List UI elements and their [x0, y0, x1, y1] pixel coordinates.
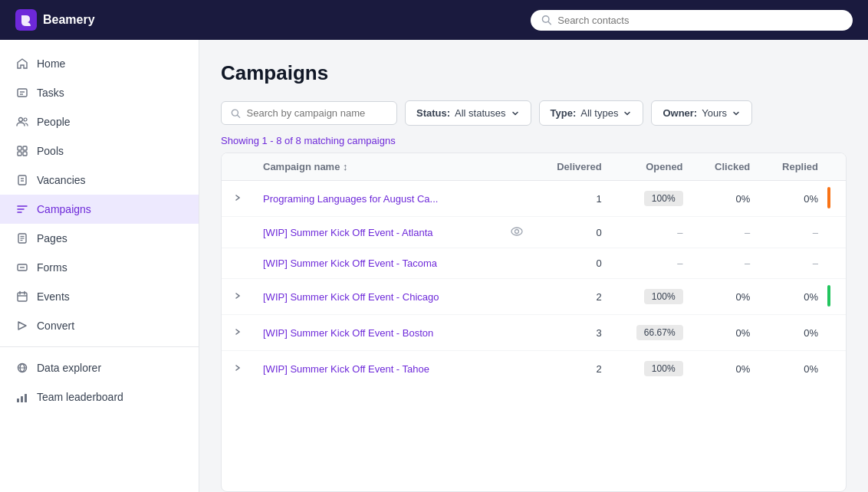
expand-button[interactable] [231, 288, 245, 305]
svg-rect-3 [18, 89, 27, 97]
svg-point-7 [24, 118, 27, 121]
forms-icon [15, 261, 29, 274]
showing-range: 1 - 8 [261, 135, 281, 146]
svg-marker-25 [18, 322, 26, 330]
campaign-name-link[interactable]: [WIP] Summer Kick Off Event - Boston [263, 327, 433, 339]
sidebar-label-forms: Forms [37, 261, 67, 274]
col-clicked: Clicked [692, 153, 760, 181]
svg-rect-11 [23, 152, 27, 156]
page-title: Campaigns [221, 61, 847, 85]
clicked-value: 0% [692, 279, 760, 315]
sidebar-item-tasks[interactable]: Tasks [0, 78, 199, 107]
status-filter-label: Status: [416, 107, 450, 119]
logo-text: Beamery [43, 13, 95, 27]
col-delivered: Delivered [532, 153, 611, 181]
campaign-name-link[interactable]: [WIP] Summer Kick Off Event - Tacoma [263, 257, 437, 269]
campaign-search-input[interactable] [247, 107, 387, 119]
showing-suffix: matching campaigns [301, 135, 396, 146]
sidebar-label-people: People [37, 116, 71, 128]
sidebar-item-home[interactable]: Home [0, 49, 199, 78]
sidebar-item-people[interactable]: People [0, 107, 199, 136]
sidebar-label-tasks: Tasks [37, 87, 64, 99]
svg-point-33 [515, 230, 518, 234]
sidebar-item-campaigns[interactable]: Campaigns [0, 195, 199, 224]
campaign-name-link[interactable]: [WIP] Summer Kick Off Event - Chicago [263, 291, 439, 303]
clicked-value: 0% [692, 351, 760, 387]
campaigns-table: Campaign name ↕ Delivered Opened Clicked… [221, 153, 847, 492]
table-row: [WIP] Summer Kick Off Event - Chicago210… [222, 279, 846, 315]
top-nav: Beamery [0, 0, 868, 40]
svg-line-31 [238, 115, 240, 117]
clicked-value: – [692, 248, 760, 279]
expand-button[interactable] [231, 324, 245, 341]
global-search-input[interactable] [557, 15, 842, 26]
logo-icon [15, 9, 37, 31]
replied-value: 0% [759, 315, 827, 351]
delivered-value: 3 [532, 315, 611, 351]
eye-icon [511, 226, 523, 238]
sidebar-item-pools[interactable]: Pools [0, 136, 199, 166]
owner-filter[interactable]: Owner: Yours [651, 100, 752, 126]
vacancies-icon [15, 173, 29, 187]
svg-rect-10 [18, 152, 21, 156]
logo[interactable]: Beamery [15, 9, 95, 31]
sidebar-label-pages: Pages [37, 232, 67, 244]
replied-value: 0% [759, 279, 827, 315]
home-icon [15, 57, 29, 71]
pages-icon [15, 231, 29, 245]
table-row: [WIP] Summer Kick Off Event - Atlanta0––… [222, 217, 846, 248]
campaign-search[interactable] [221, 101, 397, 125]
global-search[interactable] [531, 10, 853, 31]
owner-filter-label: Owner: [663, 107, 697, 119]
svg-line-2 [548, 21, 551, 24]
delivered-value: 0 [532, 248, 611, 279]
replied-value: – [759, 217, 827, 248]
pools-icon [15, 144, 29, 158]
table-row: [WIP] Summer Kick Off Event - Tahoe2100%… [222, 351, 846, 387]
campaigns-icon [15, 202, 29, 216]
campaign-name-link[interactable]: [WIP] Summer Kick Off Event - Atlanta [263, 227, 433, 238]
data-explorer-icon [15, 361, 29, 375]
clicked-value: 0% [692, 181, 760, 217]
opened-value: 66.67% [611, 315, 692, 351]
main-content: Campaigns Status: All statuses Type: All… [199, 40, 868, 492]
owner-filter-value: Yours [702, 107, 727, 119]
sidebar-item-team-leaderboard[interactable]: Team leaderboard [0, 382, 199, 412]
status-indicator [827, 315, 846, 351]
opened-value: 100% [611, 181, 692, 217]
sidebar-item-events[interactable]: Events [0, 282, 199, 311]
sidebar-item-convert[interactable]: Convert [0, 311, 199, 340]
showing-count: 8 [296, 135, 301, 146]
chevron-down-icon [511, 109, 520, 118]
campaign-name-link[interactable]: Programing Languages for August Ca... [263, 193, 438, 205]
sidebar-label-events: Events [37, 290, 70, 303]
delivered-value: 2 [532, 279, 611, 315]
expand-button[interactable] [231, 190, 245, 207]
sidebar-item-forms[interactable]: Forms [0, 253, 199, 282]
status-indicator [827, 181, 846, 217]
type-filter-value: All types [580, 107, 618, 119]
opened-value: – [611, 217, 692, 248]
delivered-value: 1 [532, 181, 611, 217]
sidebar-item-data-explorer[interactable]: Data explorer [0, 353, 199, 382]
campaign-name-link[interactable]: [WIP] Summer Kick Off Event - Tahoe [263, 363, 429, 375]
table-row: [WIP] Summer Kick Off Event - Tacoma0––– [222, 248, 846, 279]
type-filter-label: Type: [551, 107, 577, 119]
table-row: Programing Languages for August Ca...110… [222, 181, 846, 217]
status-indicator [827, 279, 846, 315]
sidebar-label-vacancies: Vacancies [37, 174, 86, 186]
svg-rect-12 [18, 175, 26, 185]
svg-rect-21 [18, 293, 27, 301]
delivered-value: 0 [532, 217, 611, 248]
sidebar-item-pages[interactable]: Pages [0, 224, 199, 253]
type-filter[interactable]: Type: All types [539, 100, 644, 126]
status-filter-value: All statuses [455, 107, 505, 119]
opened-value: 100% [611, 351, 692, 387]
convert-icon [15, 319, 29, 333]
status-filter[interactable]: Status: All statuses [405, 100, 531, 126]
sidebar-divider [0, 346, 199, 347]
sidebar-item-vacancies[interactable]: Vacancies [0, 166, 199, 195]
search-icon [541, 15, 551, 25]
expand-button[interactable] [231, 360, 245, 377]
chevron-down-icon [732, 109, 741, 118]
